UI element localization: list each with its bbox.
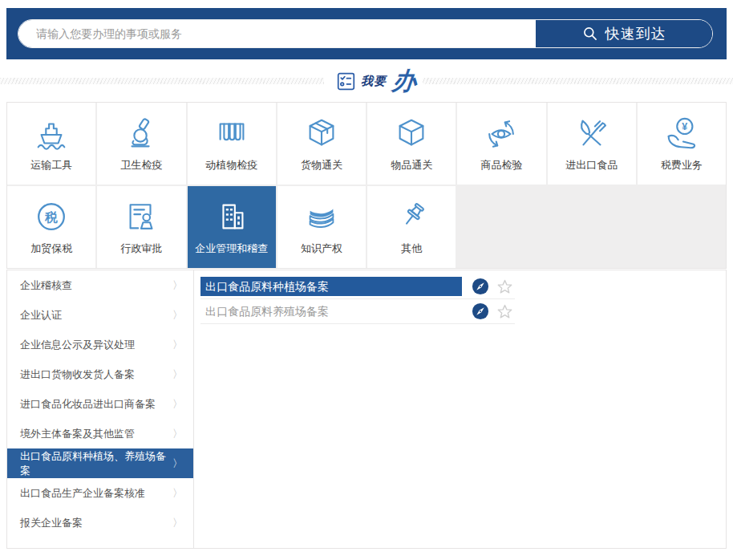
sidebar-item-label: 企业稽核查 xyxy=(20,278,72,293)
service-row-planting-farm: 出口食品原料种植场备案 xyxy=(200,274,515,299)
sidebar-item-label: 进口食品化妆品进出口商备案 xyxy=(20,397,156,412)
sidebar-item-enterprise-audit[interactable]: 企业稽核查 〉 xyxy=(7,270,193,300)
svg-text:税: 税 xyxy=(44,209,58,223)
divider-hatch-right xyxy=(414,78,733,84)
service-list: 出口食品原料种植场备案 出口食品原料养殖场备案 xyxy=(194,270,726,548)
service-row-breeding-farm: 出口食品原料养殖场备案 xyxy=(200,299,515,324)
compass-icon[interactable] xyxy=(472,302,489,320)
sidebar-item-customs-broker[interactable]: 报关企业备案 〉 xyxy=(7,508,193,538)
tab-intellectual-property[interactable]: 知识产权 xyxy=(277,186,366,268)
tab-processing-trade-bonded[interactable]: 税 加贸保税 xyxy=(7,186,95,268)
sidebar-item-overseas-entity[interactable]: 境外主体备案及其他监管 〉 xyxy=(7,419,193,448)
top-search-bar: 快速到达 xyxy=(6,8,727,59)
tab-label: 运输工具 xyxy=(30,158,72,172)
tab-label: 货物通关 xyxy=(301,158,342,172)
tab-label: 动植物检疫 xyxy=(205,158,257,172)
service-link[interactable]: 出口食品原料养殖场备案 xyxy=(200,302,462,321)
tab-label: 物品通关 xyxy=(391,158,432,172)
chevron-right-icon: 〉 xyxy=(172,338,183,352)
sidebar-item-label: 出口食品生产企业备案核准 xyxy=(20,486,145,501)
chevron-right-icon: 〉 xyxy=(172,367,183,382)
cube-icon xyxy=(391,116,431,152)
sidebar-item-food-cosmetics-trader[interactable]: 进口食品化妆品进出口商备案 〉 xyxy=(7,389,193,419)
divider-hatch-left xyxy=(0,78,324,84)
tab-other[interactable]: 其他 xyxy=(367,186,456,268)
chevron-right-icon: 〉 xyxy=(172,308,183,323)
tab-label: 卫生检疫 xyxy=(120,158,162,172)
services-panel: 企业稽核查 〉 企业认证 〉 企业信息公示及异议处理 〉 进出口货物收发货人备案… xyxy=(6,270,727,549)
service-link[interactable]: 出口食品原料种植场备案 xyxy=(200,277,462,296)
search-icon xyxy=(582,26,598,42)
tab-label: 加贸保税 xyxy=(30,241,72,256)
chevron-right-icon: 〉 xyxy=(172,278,183,293)
buildings-icon xyxy=(212,199,252,236)
stamp-doc-icon xyxy=(121,199,161,236)
sidebar-item-export-food-producer[interactable]: 出口食品生产企业备案核准 〉 xyxy=(7,478,193,508)
ship-icon xyxy=(31,116,71,152)
eye-inspect-icon xyxy=(481,116,521,152)
tab-label: 商品检验 xyxy=(480,158,522,172)
chevron-right-icon: 〉 xyxy=(172,427,183,441)
checklist-icon xyxy=(337,72,355,91)
sidebar-item-enterprise-certification[interactable]: 企业认证 〉 xyxy=(7,300,193,330)
divider-prefix: 我要 xyxy=(361,74,387,89)
divider-suffix: 办 xyxy=(391,69,417,93)
pushpin-icon xyxy=(391,199,431,236)
svg-text:¥: ¥ xyxy=(682,120,687,132)
sidebar-item-label: 境外主体备案及其他监管 xyxy=(20,427,135,441)
hand-coin-icon: ¥ xyxy=(662,116,702,152)
search-combo: 快速到达 xyxy=(18,19,713,48)
compass-icon[interactable] xyxy=(472,278,489,295)
sidebar-item-export-food-farms[interactable]: 出口食品原料种植场、养殖场备案 〉 xyxy=(7,448,193,478)
tab-tax-services[interactable]: ¥ 税费业务 xyxy=(638,103,726,185)
tab-import-export-food[interactable]: 进出口食品 xyxy=(548,103,636,185)
sidebar-item-label: 出口食品原料种植场、养殖场备案 xyxy=(20,449,172,478)
search-input[interactable] xyxy=(18,20,536,47)
chevron-right-icon: 〉 xyxy=(172,457,183,471)
tab-label: 企业管理和稽查 xyxy=(195,241,268,256)
package-icon xyxy=(302,116,342,152)
microscope-icon xyxy=(121,116,161,152)
books-icon xyxy=(302,199,342,236)
tab-goods-clearance[interactable]: 物品通关 xyxy=(367,103,456,185)
tab-commodity-inspection[interactable]: 商品检验 xyxy=(457,103,545,185)
tab-enterprise-management-audit[interactable]: 企业管理和稽查 xyxy=(188,186,276,268)
sidebar-item-info-publicity[interactable]: 企业信息公示及异议处理 〉 xyxy=(7,330,193,359)
category-grid: 运输工具 卫生检疫 动植物检疫 xyxy=(6,102,727,269)
tab-administrative-approval[interactable]: 行政审批 xyxy=(97,186,185,268)
tab-label: 进出口食品 xyxy=(565,158,618,172)
sidebar-item-label: 进出口货物收发货人备案 xyxy=(20,367,135,382)
cutlery-icon xyxy=(572,116,612,152)
tab-label: 行政审批 xyxy=(120,241,162,256)
sidebar-item-label: 企业认证 xyxy=(20,308,62,323)
star-icon[interactable] xyxy=(496,278,513,295)
tab-transport-vehicles[interactable]: 运输工具 xyxy=(7,103,95,185)
sidebar-item-label: 报关企业备案 xyxy=(20,516,83,530)
section-divider: 我要 办 xyxy=(0,67,733,95)
quick-reach-button[interactable]: 快速到达 xyxy=(536,20,712,47)
chevron-right-icon: 〉 xyxy=(172,486,183,501)
test-tubes-icon xyxy=(212,116,252,152)
tab-label: 税费业务 xyxy=(661,158,703,172)
tab-label: 知识产权 xyxy=(301,241,342,256)
tab-animal-plant-quarantine[interactable]: 动植物检疫 xyxy=(188,103,276,185)
tab-health-quarantine[interactable]: 卫生检疫 xyxy=(97,103,185,185)
chevron-right-icon: 〉 xyxy=(172,397,183,412)
tab-cargo-clearance[interactable]: 货物通关 xyxy=(277,103,366,185)
star-icon[interactable] xyxy=(496,303,513,320)
sidebar-item-consignee-consignor[interactable]: 进出口货物收发货人备案 〉 xyxy=(7,359,193,389)
tax-circle-icon: 税 xyxy=(31,199,71,236)
chevron-right-icon: 〉 xyxy=(172,516,183,530)
divider-title: 我要 办 xyxy=(330,67,423,95)
tab-label: 其他 xyxy=(401,241,422,256)
quick-reach-label: 快速到达 xyxy=(605,24,666,43)
sidebar-item-label: 企业信息公示及异议处理 xyxy=(20,338,135,352)
sidebar: 企业稽核查 〉 企业认证 〉 企业信息公示及异议处理 〉 进出口货物收发货人备案… xyxy=(7,270,194,548)
